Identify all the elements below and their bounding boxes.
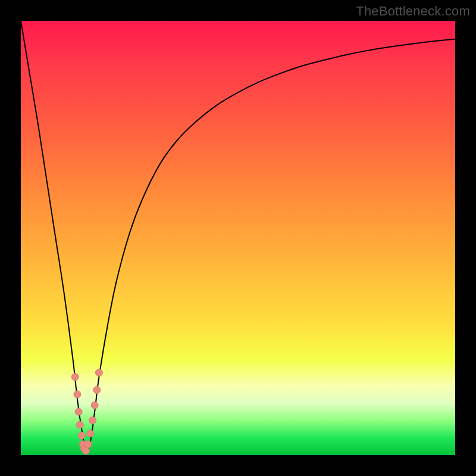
data-point bbox=[75, 408, 82, 415]
data-point bbox=[74, 391, 81, 398]
data-point bbox=[89, 417, 96, 424]
data-point bbox=[71, 374, 79, 381]
data-point bbox=[91, 402, 98, 409]
plot-area bbox=[21, 21, 455, 455]
data-point bbox=[78, 432, 85, 439]
chart-frame: TheBottleneck.com bbox=[0, 0, 476, 476]
data-point bbox=[84, 441, 92, 448]
data-point bbox=[93, 387, 101, 394]
bottleneck-curve bbox=[21, 21, 455, 452]
data-point bbox=[76, 421, 83, 428]
data-point bbox=[83, 447, 90, 455]
data-point bbox=[95, 369, 102, 376]
chart-svg bbox=[21, 21, 455, 455]
watermark-label: TheBottleneck.com bbox=[356, 4, 470, 19]
data-point bbox=[87, 430, 94, 437]
